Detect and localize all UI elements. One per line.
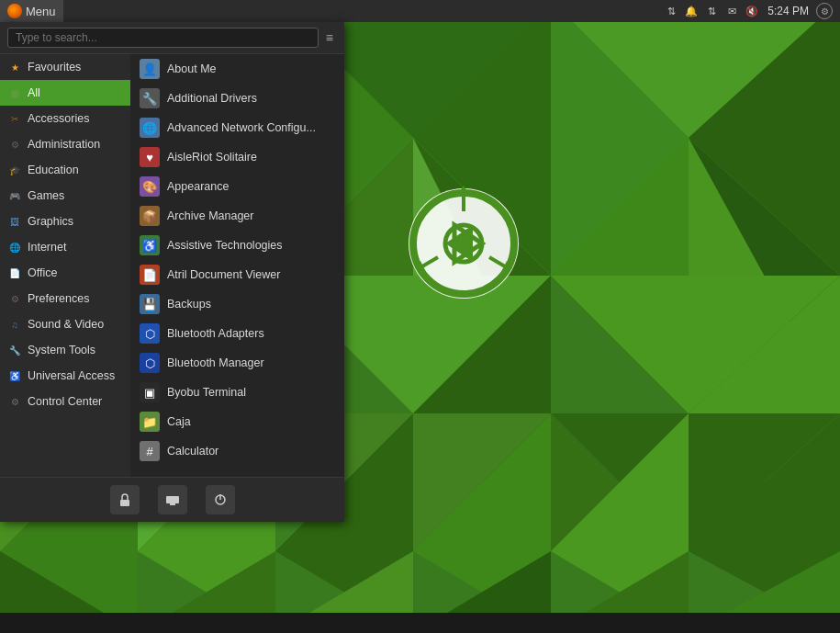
sidebar-item-label: All — [28, 86, 40, 99]
appearance-icon: 🎨 — [140, 176, 160, 197]
app-item-calculator[interactable]: #Calculator — [130, 436, 344, 466]
about-me-icon: 👤 — [140, 59, 160, 79]
suspend-button[interactable] — [158, 485, 187, 514]
sidebar-item-label: Games — [28, 189, 64, 202]
app-label: Appearance — [167, 180, 229, 193]
panel-right: ⇅ 🔔 ⇅ ✉ 🔇 5:24 PM ⚙ — [663, 3, 840, 19]
caja-icon: 📁 — [140, 412, 160, 432]
sidebar-item-all[interactable]: ▦All — [0, 80, 130, 106]
byobu-icon: ▣ — [140, 382, 160, 402]
office-icon: 📄 — [7, 266, 22, 280]
sound-video-icon: ♫ — [7, 317, 22, 332]
games-icon: 🎮 — [7, 188, 22, 203]
sidebar-item-label: Universal Access — [28, 369, 115, 382]
app-label: Byobu Terminal — [167, 386, 246, 399]
app-item-byobu[interactable]: ▣Byobu Terminal — [130, 378, 344, 407]
sidebar-item-control-center[interactable]: ⚙Control Center — [0, 389, 130, 414]
menu-bottom — [0, 477, 344, 522]
accessories-icon: ✂ — [7, 111, 22, 126]
sidebar-item-sound-video[interactable]: ♫Sound & Video — [0, 311, 130, 337]
search-input[interactable] — [7, 28, 319, 48]
app-item-additional-drivers[interactable]: 🔧Additional Drivers — [130, 84, 344, 113]
atril-icon: 📄 — [140, 265, 160, 285]
sidebar-item-label: Office — [28, 266, 57, 279]
aisleriot-icon: ♥ — [140, 147, 160, 167]
app-item-assistive-tech[interactable]: ♿Assistive Technologies — [130, 231, 344, 260]
menu-content: ★Favourites▦All✂Accessories⚙Administrati… — [0, 54, 344, 477]
sidebar-item-preferences[interactable]: ⚙Preferences — [0, 286, 130, 311]
bluetooth-adapters-icon: ⬡ — [140, 323, 160, 344]
apps-list: 👤About Me🔧Additional Drivers🌐Advanced Ne… — [130, 54, 344, 477]
svg-rect-52 — [120, 500, 129, 506]
sidebar-item-system-tools[interactable]: 🔧System Tools — [0, 337, 130, 363]
bluetooth-manager-icon: ⬡ — [140, 353, 160, 373]
all-icon: ▦ — [7, 85, 22, 100]
internet-icon: 🌐 — [7, 240, 22, 254]
app-item-atril[interactable]: 📄Atril Document Viewer — [130, 260, 344, 289]
app-item-bluetooth-adapters[interactable]: ⬡Bluetooth Adapters — [130, 319, 344, 348]
sidebar-item-education[interactable]: 🎓Education — [0, 157, 130, 183]
volume-icon[interactable]: 🔇 — [744, 3, 760, 19]
sidebar-item-office[interactable]: 📄Office — [0, 260, 130, 286]
app-label: Atril Document Viewer — [167, 268, 280, 281]
system-tools-icon: 🔧 — [7, 343, 22, 357]
sidebar-item-graphics[interactable]: 🖼Graphics — [0, 209, 130, 234]
app-item-backups[interactable]: 💾Backups — [130, 289, 344, 319]
top-panel: Menu ⇅ 🔔 ⇅ ✉ 🔇 5:24 PM ⚙ — [0, 0, 840, 22]
graphics-icon: 🖼 — [7, 214, 22, 229]
menu-label: Menu — [26, 5, 56, 18]
notification-icon[interactable]: 🔔 — [683, 3, 700, 19]
preferences-icon: ⚙ — [7, 291, 22, 306]
network-icon[interactable]: ⇅ — [663, 3, 679, 19]
favourites-icon: ★ — [7, 60, 22, 74]
control-center-icon: ⚙ — [7, 394, 22, 409]
assistive-tech-icon: ♿ — [140, 235, 160, 255]
app-label: Advanced Network Configu... — [167, 121, 316, 134]
app-label: AisleRiot Solitaire — [167, 151, 257, 164]
panel-settings-icon[interactable]: ⚙ — [816, 3, 833, 19]
sidebar-item-universal-access[interactable]: ♿Universal Access — [0, 363, 130, 389]
time-display: 5:24 PM — [764, 5, 812, 17]
app-label: Additional Drivers — [167, 92, 257, 105]
sidebar-item-favourites[interactable]: ★Favourites — [0, 54, 130, 80]
shutdown-button[interactable] — [206, 485, 235, 514]
lock-button[interactable] — [110, 485, 140, 514]
sidebar-item-games[interactable]: 🎮Games — [0, 183, 130, 209]
search-bar: ≡ — [0, 22, 344, 54]
sidebar-item-administration[interactable]: ⚙Administration — [0, 131, 130, 157]
sidebar-item-label: Favourites — [28, 61, 81, 73]
mail-icon[interactable]: ✉ — [723, 3, 740, 19]
app-item-appearance[interactable]: 🎨Appearance — [130, 172, 344, 201]
sidebar-item-label: Education — [28, 164, 79, 176]
sidebar-item-label: Control Center — [28, 395, 102, 408]
app-item-caja[interactable]: 📁Caja — [130, 407, 344, 436]
app-label: Assistive Technologies — [167, 239, 283, 252]
app-item-bluetooth-manager[interactable]: ⬡Bluetooth Manager — [130, 348, 344, 378]
app-item-about-me[interactable]: 👤About Me — [130, 54, 344, 84]
app-label: Caja — [167, 415, 191, 428]
app-item-aisleriot[interactable]: ♥AisleRiot Solitaire — [130, 142, 344, 172]
archive-manager-icon: 📦 — [140, 206, 160, 226]
app-label: Calculator — [167, 445, 218, 458]
menu-window: ≡ ★Favourites▦All✂Accessories⚙Administra… — [0, 22, 344, 522]
app-label: About Me — [167, 62, 217, 75]
sidebar-item-label: Administration — [28, 138, 100, 151]
app-label: Bluetooth Adapters — [167, 327, 264, 340]
administration-icon: ⚙ — [7, 137, 22, 152]
svg-rect-54 — [170, 503, 175, 505]
sidebar-item-label: Preferences — [28, 292, 89, 305]
menu-button[interactable]: Menu — [0, 0, 63, 22]
transfer-icon[interactable]: ⇅ — [703, 3, 720, 19]
ubuntu-logo — [404, 184, 523, 303]
app-item-advanced-network[interactable]: 🌐Advanced Network Configu... — [130, 113, 344, 142]
calculator-icon: # — [140, 441, 160, 461]
search-icon-button[interactable]: ≡ — [322, 30, 337, 45]
advanced-network-icon: 🌐 — [140, 118, 160, 138]
sidebar: ★Favourites▦All✂Accessories⚙Administrati… — [0, 54, 130, 477]
app-label: Bluetooth Manager — [167, 356, 264, 369]
firefox-icon — [7, 4, 22, 18]
sidebar-item-accessories[interactable]: ✂Accessories — [0, 106, 130, 131]
app-item-archive-manager[interactable]: 📦Archive Manager — [130, 201, 344, 231]
sidebar-item-internet[interactable]: 🌐Internet — [0, 234, 130, 260]
sidebar-item-label: Sound & Video — [28, 318, 104, 331]
